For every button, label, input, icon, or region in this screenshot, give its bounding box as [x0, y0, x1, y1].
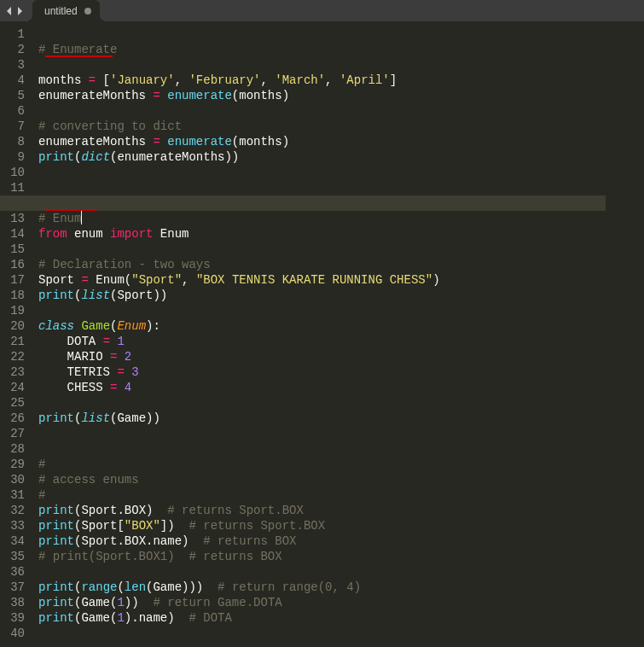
code-line[interactable] [38, 626, 644, 641]
code-line[interactable]: print(Game(1).name) # DOTA [38, 610, 644, 626]
code-line[interactable]: enumerateMonths = enumerate(months) [38, 88, 644, 103]
token: # returns Sport.BOX [167, 504, 304, 517]
code-line[interactable]: TETRIS = 3 [38, 364, 644, 380]
line-number[interactable]: 23 [9, 364, 25, 380]
line-number[interactable]: 13 [9, 211, 25, 226]
code-line[interactable] [38, 303, 644, 318]
line-number[interactable]: 10 [9, 165, 25, 180]
code-line[interactable]: # Enumerate [38, 42, 644, 57]
code-line[interactable]: print(dict(enumerateMonths)) [38, 149, 644, 165]
line-number[interactable]: 2 [9, 42, 25, 57]
line-number[interactable]: 20 [9, 318, 25, 334]
line-number[interactable]: 26 [9, 411, 25, 426]
line-number[interactable]: 6 [9, 103, 25, 119]
token: 'March' [275, 73, 325, 87]
tab-bar: untitled [32, 0, 100, 21]
code-line[interactable]: # [38, 487, 644, 503]
line-number[interactable]: 29 [9, 457, 25, 472]
token: enumerate [167, 135, 232, 149]
line-number[interactable]: 16 [9, 257, 25, 272]
line-number[interactable]: 30 [9, 472, 25, 487]
token: "BOX TENNIS KARATE RUNNING CHESS" [196, 273, 432, 287]
line-number[interactable]: 11 [9, 180, 25, 195]
code-line[interactable] [38, 242, 644, 257]
code-line[interactable]: Sport = Enum("Sport", "BOX TENNIS KARATE… [38, 272, 644, 288]
code-line[interactable]: # [38, 457, 644, 472]
code-line[interactable]: DOTA = 1 [38, 334, 644, 349]
code-line[interactable]: # converting to dict [38, 119, 644, 134]
line-number[interactable]: 31 [9, 487, 25, 503]
token: enum [67, 227, 110, 241]
underline-annotation [45, 55, 113, 57]
code-line[interactable]: # Enum [38, 195, 644, 211]
token [160, 135, 167, 149]
line-number[interactable]: 1 [9, 26, 25, 42]
line-number[interactable]: 38 [9, 595, 25, 610]
token [125, 365, 131, 379]
line-number[interactable]: 27 [9, 426, 25, 441]
code-line[interactable]: MARIO = 2 [38, 349, 644, 364]
code-line[interactable]: # access enums [38, 472, 644, 487]
line-number[interactable]: 3 [9, 57, 25, 73]
line-number[interactable]: 21 [9, 334, 25, 349]
code-line[interactable] [38, 103, 644, 119]
code-line[interactable] [38, 441, 644, 457]
token: "Sport" [131, 273, 182, 287]
code-line[interactable]: class Game(Enum): [38, 318, 644, 334]
code-line[interactable] [38, 57, 644, 73]
gutter[interactable]: 1234567891011121314151617181920212223242… [0, 21, 32, 647]
code-line[interactable] [38, 426, 644, 441]
code-line[interactable]: print(Sport.BOX.name) # returns BOX [38, 533, 644, 549]
tab-untitled[interactable]: untitled [32, 0, 100, 21]
line-number[interactable]: 14 [9, 226, 25, 242]
line-number[interactable]: 40 [9, 626, 25, 641]
code-line[interactable]: months = ['January', 'February', 'March'… [38, 73, 644, 88]
line-number[interactable]: 5 [9, 88, 25, 103]
code-line[interactable]: enumerateMonths = enumerate(months) [38, 134, 644, 149]
code-area[interactable]: # Enumeratemonths = ['January', 'Februar… [32, 21, 644, 647]
nav-back-icon[interactable] [5, 6, 14, 16]
code-line[interactable]: print(Sport.BOX) # returns Sport.BOX [38, 503, 644, 518]
code-line[interactable] [38, 211, 644, 226]
code-line[interactable]: from enum import Enum [38, 226, 644, 242]
line-number[interactable]: 9 [9, 149, 25, 165]
line-number[interactable]: 37 [9, 580, 25, 595]
code-line[interactable]: print(Sport["BOX"]) # returns Sport.BOX [38, 518, 644, 533]
token: # return range(0, 4) [218, 580, 361, 594]
line-number[interactable]: 33 [9, 518, 25, 533]
code-line[interactable]: print(Game(1)) # return Game.DOTA [38, 595, 644, 610]
code-line[interactable] [38, 564, 644, 580]
code-line[interactable] [38, 395, 644, 411]
code-line[interactable] [38, 26, 644, 42]
line-number[interactable]: 28 [9, 441, 25, 457]
code-line[interactable]: # Declaration - two ways [38, 257, 644, 272]
code-line[interactable] [38, 180, 644, 195]
token: print [38, 596, 74, 609]
line-number[interactable]: 15 [9, 242, 25, 257]
token: # [38, 458, 45, 471]
token: (Sport.BOX) [74, 504, 167, 517]
line-number[interactable]: 25 [9, 395, 25, 411]
line-number[interactable]: 34 [9, 533, 25, 549]
code-line[interactable] [38, 165, 644, 180]
line-number[interactable]: 7 [9, 119, 25, 134]
token: enumerateMonths [38, 135, 153, 149]
code-line[interactable]: print(list(Sport)) [38, 288, 644, 303]
line-number[interactable]: 22 [9, 349, 25, 364]
code-line[interactable]: CHESS = 4 [38, 380, 644, 395]
line-number[interactable]: 35 [9, 549, 25, 564]
token: = [103, 335, 110, 348]
line-number[interactable]: 24 [9, 380, 25, 395]
line-number[interactable]: 36 [9, 564, 25, 580]
line-number[interactable]: 32 [9, 503, 25, 518]
code-line[interactable]: print(range(len(Game))) # return range(0… [38, 580, 644, 595]
code-line[interactable]: # print(Sport.BOX1) # returns BOX [38, 549, 644, 564]
line-number[interactable]: 8 [9, 134, 25, 149]
line-number[interactable]: 18 [9, 288, 25, 303]
line-number[interactable]: 39 [9, 610, 25, 626]
line-number[interactable]: 4 [9, 73, 25, 88]
line-number[interactable]: 19 [9, 303, 25, 318]
code-line[interactable]: print(list(Game)) [38, 411, 644, 426]
nav-forward-icon[interactable] [15, 6, 24, 16]
line-number[interactable]: 17 [9, 272, 25, 288]
